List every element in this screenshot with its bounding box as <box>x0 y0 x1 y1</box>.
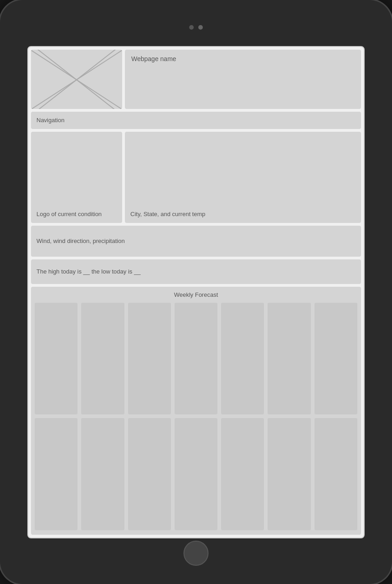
weekly-forecast-title: Weekly Forecast <box>35 291 357 298</box>
tablet-camera <box>189 25 203 30</box>
navigation-label: Navigation <box>36 117 64 124</box>
highlow-section: The high today is __ the low today is __ <box>31 259 361 284</box>
forecast-cell-1-6 <box>268 303 310 415</box>
highlow-label: The high today is __ the low today is __ <box>36 268 140 275</box>
forecast-cell-2-1 <box>35 418 77 530</box>
forecast-cell-2-3 <box>128 418 171 530</box>
header-title-box: Webpage name <box>125 50 361 109</box>
navigation-bar[interactable]: Navigation <box>31 112 361 129</box>
wind-label: Wind, wind direction, precipitation <box>36 238 125 244</box>
home-button[interactable] <box>184 541 209 566</box>
forecast-cell-2-6 <box>268 418 310 530</box>
forecast-cell-2-2 <box>81 418 124 530</box>
forecast-cell-1-2 <box>81 303 124 415</box>
header-logo-placeholder <box>31 50 122 109</box>
forecast-row-2 <box>35 418 357 530</box>
camera-dot-2 <box>198 25 203 30</box>
wind-section: Wind, wind direction, precipitation <box>31 226 361 257</box>
condition-section: Logo of current condition City, State, a… <box>31 132 361 223</box>
webpage-name: Webpage name <box>131 55 176 62</box>
tablet-frame: Webpage name Navigation Logo of current … <box>0 0 392 584</box>
forecast-cell-1-7 <box>315 303 357 415</box>
forecast-cell-2-7 <box>315 418 357 530</box>
header-section: Webpage name <box>31 50 361 109</box>
condition-logo-label: Logo of current condition <box>36 211 102 217</box>
forecast-cell-2-5 <box>221 418 264 530</box>
weekly-forecast-section: Weekly Forecast <box>31 287 361 535</box>
forecast-row-1 <box>35 303 357 415</box>
condition-info-label: City, State, and current temp <box>130 211 206 217</box>
forecast-cell-1-4 <box>175 303 217 415</box>
condition-info: City, State, and current temp <box>125 132 361 223</box>
tablet-screen: Webpage name Navigation Logo of current … <box>27 46 365 538</box>
forecast-cell-2-4 <box>175 418 217 530</box>
condition-logo: Logo of current condition <box>31 132 122 223</box>
forecast-cell-1-1 <box>35 303 77 415</box>
forecast-cell-1-3 <box>128 303 171 415</box>
forecast-cell-1-5 <box>221 303 264 415</box>
camera-dot-1 <box>189 25 194 30</box>
